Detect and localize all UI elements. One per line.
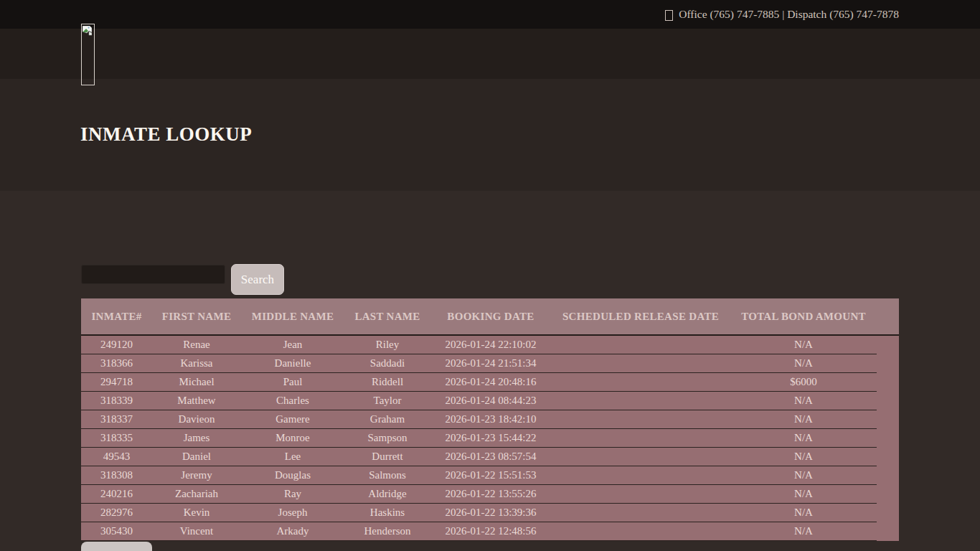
table-cell: $6000 — [730, 376, 877, 388]
inmate-table: INMATE#FIRST NAMEMIDDLE NAMELAST NAMEBOO… — [81, 298, 899, 541]
table-cell: Karissa — [152, 357, 241, 369]
table-row[interactable]: 294718MichaelPaulRiddell2026-01-24 20:48… — [81, 373, 877, 392]
table-cell: Michael — [152, 376, 241, 388]
table-cell: 49543 — [81, 451, 152, 463]
table-cell: Davieon — [152, 413, 241, 425]
table-row[interactable]: 305430VincentArkadyHenderson2026-01-22 1… — [81, 522, 877, 541]
table-row[interactable]: 318308JeremyDouglasSalmons2026-01-22 15:… — [81, 466, 877, 485]
table-row[interactable]: 318335JamesMonroeSampson2026-01-23 15:44… — [81, 429, 877, 448]
table-cell: 282976 — [81, 507, 152, 519]
table-cell: Graham — [344, 413, 430, 425]
pagination-button[interactable] — [81, 542, 152, 551]
table-cell: Aldridge — [344, 488, 430, 500]
table-cell: 2026-01-24 20:48:16 — [430, 376, 551, 388]
table-cell: James — [152, 432, 241, 444]
table-cell: Charles — [241, 395, 344, 407]
header-cell: TOTAL BOND AMOUNT — [730, 311, 877, 323]
table-cell: 305430 — [81, 525, 152, 537]
table-cell: 2026-01-24 22:10:02 — [430, 339, 551, 351]
table-row[interactable]: 240216ZachariahRayAldridge2026-01-22 13:… — [81, 485, 877, 504]
table-cell: N/A — [730, 395, 877, 407]
table-cell: Jean — [241, 339, 344, 351]
table-cell: 2026-01-22 13:55:26 — [430, 488, 551, 500]
broken-image-icon — [83, 26, 92, 36]
phone-icon — [665, 10, 673, 21]
table-cell: Jeremy — [152, 469, 241, 481]
table-cell: Danielle — [241, 357, 344, 369]
table-cell: 2026-01-24 08:44:23 — [430, 395, 551, 407]
table-cell: Ray — [241, 488, 344, 500]
table-cell: Saddadi — [344, 357, 430, 369]
table-cell: Kevin — [152, 507, 241, 519]
page-title: INMATE LOOKUP — [80, 123, 252, 146]
table-cell: Joseph — [241, 507, 344, 519]
table-cell: Salmons — [344, 469, 430, 481]
table-cell: Sampson — [344, 432, 430, 444]
table-row[interactable]: 318339MatthewCharlesTaylor2026-01-24 08:… — [81, 392, 877, 410]
table-cell: 318366 — [81, 357, 152, 369]
table-row[interactable]: 249120RenaeJeanRiley2026-01-24 22:10:02N… — [81, 336, 877, 354]
table-body: 249120RenaeJeanRiley2026-01-24 22:10:02N… — [81, 336, 899, 541]
table-row[interactable]: 318337DavieonGamereGraham2026-01-23 18:4… — [81, 410, 877, 429]
table-cell: 294718 — [81, 376, 152, 388]
table-cell: N/A — [730, 413, 877, 425]
table-cell: 2026-01-22 12:48:56 — [430, 525, 551, 537]
table-cell: 318339 — [81, 395, 152, 407]
table-cell: 2026-01-22 13:39:36 — [430, 507, 551, 519]
table-cell: Riley — [344, 339, 430, 351]
table-cell: 249120 — [81, 339, 152, 351]
search-input[interactable] — [81, 265, 225, 284]
table-cell: N/A — [730, 432, 877, 444]
table-cell: N/A — [730, 488, 877, 500]
table-cell: Paul — [241, 376, 344, 388]
topbar: Office (765) 747-7885 | Dispatch (765) 7… — [0, 0, 980, 29]
table-cell: Taylor — [344, 395, 430, 407]
table-cell: Renae — [152, 339, 241, 351]
table-cell: Haskins — [344, 507, 430, 519]
table-cell: 2026-01-24 21:51:34 — [430, 357, 551, 369]
table-cell: Durrett — [344, 451, 430, 463]
table-cell: 2026-01-23 08:57:54 — [430, 451, 551, 463]
table-cell: Matthew — [152, 395, 241, 407]
header-cell: BOOKING DATE — [430, 311, 551, 323]
table-cell: N/A — [730, 469, 877, 481]
header-cell: INMATE# — [81, 311, 152, 323]
table-row[interactable]: 282976KevinJosephHaskins2026-01-22 13:39… — [81, 504, 877, 522]
site-logo[interactable] — [81, 24, 95, 85]
table-cell: 240216 — [81, 488, 152, 500]
table-cell: Lee — [241, 451, 344, 463]
table-header-row: INMATE#FIRST NAMEMIDDLE NAMELAST NAMEBOO… — [81, 298, 877, 336]
header-cell: MIDDLE NAME — [241, 311, 344, 323]
table-cell: N/A — [730, 339, 877, 351]
header-cell: LAST NAME — [344, 311, 430, 323]
table-cell: Douglas — [241, 469, 344, 481]
table-cell: Henderson — [344, 525, 430, 537]
table-cell: 2026-01-23 15:44:22 — [430, 432, 551, 444]
table-cell: Riddell — [344, 376, 430, 388]
table-cell: N/A — [730, 451, 877, 463]
table-cell: Gamere — [241, 413, 344, 425]
table-row[interactable]: 49543DanielLeeDurrett2026-01-23 08:57:54… — [81, 448, 877, 466]
table-cell: N/A — [730, 525, 877, 537]
table-cell: 318308 — [81, 469, 152, 481]
table-cell: 318337 — [81, 413, 152, 425]
header-cell: FIRST NAME — [152, 311, 241, 323]
table-cell: Arkady — [241, 525, 344, 537]
table-row[interactable]: 318366KarissaDanielleSaddadi2026-01-24 2… — [81, 354, 877, 373]
table-cell: Monroe — [241, 432, 344, 444]
table-cell: 2026-01-22 15:51:53 — [430, 469, 551, 481]
table-cell: Daniel — [152, 451, 241, 463]
search-button[interactable]: Search — [231, 264, 284, 295]
contact-info: Office (765) 747-7885 | Dispatch (765) 7… — [679, 8, 899, 21]
table-cell: Vincent — [152, 525, 241, 537]
table-cell: 318335 — [81, 432, 152, 444]
table-cell: Zachariah — [152, 488, 241, 500]
header-strip — [0, 29, 980, 79]
table-cell: N/A — [730, 507, 877, 519]
table-cell: 2026-01-23 18:42:10 — [430, 413, 551, 425]
header-cell: SCHEDULED RELEASE DATE — [551, 311, 730, 323]
table-cell: N/A — [730, 357, 877, 369]
